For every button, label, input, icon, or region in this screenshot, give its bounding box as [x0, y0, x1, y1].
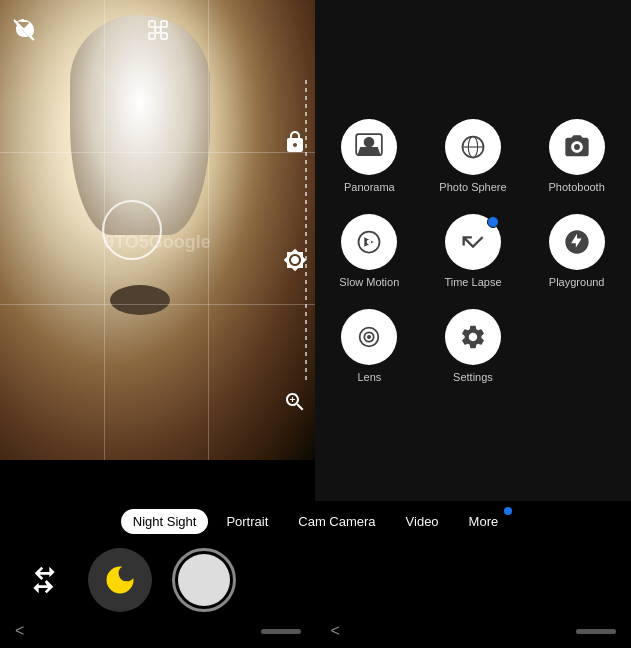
modes-panel: Panorama Photo Sphere Photobooth	[315, 0, 631, 501]
tab-more[interactable]: More	[457, 509, 511, 534]
nav-pill-right	[576, 629, 616, 634]
focus-mode-icon[interactable]	[146, 18, 170, 47]
bottom-area: Night Sight Portrait Cam Camera Video Mo…	[0, 501, 631, 648]
right-nav: <	[316, 622, 632, 640]
svg-rect-2	[161, 21, 167, 27]
panorama-icon	[341, 119, 397, 175]
mode-time-lapse[interactable]: Time Lapse	[424, 206, 523, 296]
timer-off-icon[interactable]	[12, 18, 36, 47]
time-lapse-icon	[445, 214, 501, 270]
playground-icon	[549, 214, 605, 270]
watermark: 9TO5Google	[104, 232, 211, 253]
mode-photobooth[interactable]: Photobooth	[527, 111, 626, 201]
lens-icon	[341, 309, 397, 365]
svg-rect-1	[149, 21, 155, 27]
lens-label: Lens	[357, 371, 381, 383]
time-lapse-label: Time Lapse	[444, 276, 501, 288]
slow-motion-label: Slow Motion	[339, 276, 399, 288]
svg-point-12	[367, 239, 372, 244]
exposure-line	[305, 80, 307, 380]
photo-sphere-label: Photo Sphere	[439, 181, 506, 193]
mode-panorama[interactable]: Panorama	[320, 111, 419, 201]
back-chevron-right[interactable]: <	[331, 622, 340, 640]
tab-night-sight[interactable]: Night Sight	[121, 509, 209, 534]
photobooth-label: Photobooth	[549, 181, 605, 193]
lock-icon[interactable]	[283, 130, 307, 159]
back-chevron-left[interactable]: <	[15, 622, 24, 640]
camera-viewfinder[interactable]: 9TO5Google	[0, 0, 315, 460]
panorama-label: Panorama	[344, 181, 395, 193]
settings-icon	[445, 309, 501, 365]
playground-label: Playground	[549, 276, 605, 288]
mode-tabs: Night Sight Portrait Cam Camera Video Mo…	[0, 501, 631, 542]
mode-playground[interactable]: Playground	[527, 206, 626, 296]
nav-pill-left	[261, 629, 301, 634]
tab-portrait[interactable]: Portrait	[214, 509, 280, 534]
left-nav: <	[0, 622, 316, 640]
capture-button[interactable]	[172, 548, 236, 612]
nav-bars: < <	[0, 618, 631, 648]
mode-settings[interactable]: Settings	[424, 301, 523, 391]
svg-rect-4	[161, 33, 167, 39]
tab-cam-camera[interactable]: Cam Camera	[286, 509, 387, 534]
zoom-icon[interactable]	[283, 390, 307, 419]
mode-photo-sphere[interactable]: Photo Sphere	[424, 111, 523, 201]
slow-motion-icon	[341, 214, 397, 270]
svg-point-10	[574, 144, 580, 150]
svg-rect-3	[149, 33, 155, 39]
brightness-icon[interactable]	[283, 248, 307, 277]
mode-lens[interactable]: Lens	[320, 301, 419, 391]
settings-label: Settings	[453, 371, 493, 383]
svg-point-15	[368, 335, 370, 337]
svg-point-5	[155, 27, 161, 33]
mode-slow-motion[interactable]: Slow Motion	[320, 206, 419, 296]
tab-video[interactable]: Video	[394, 509, 451, 534]
photobooth-icon	[549, 119, 605, 175]
night-sight-button[interactable]	[88, 548, 152, 612]
photo-sphere-icon	[445, 119, 501, 175]
flip-camera-button[interactable]	[20, 556, 68, 604]
